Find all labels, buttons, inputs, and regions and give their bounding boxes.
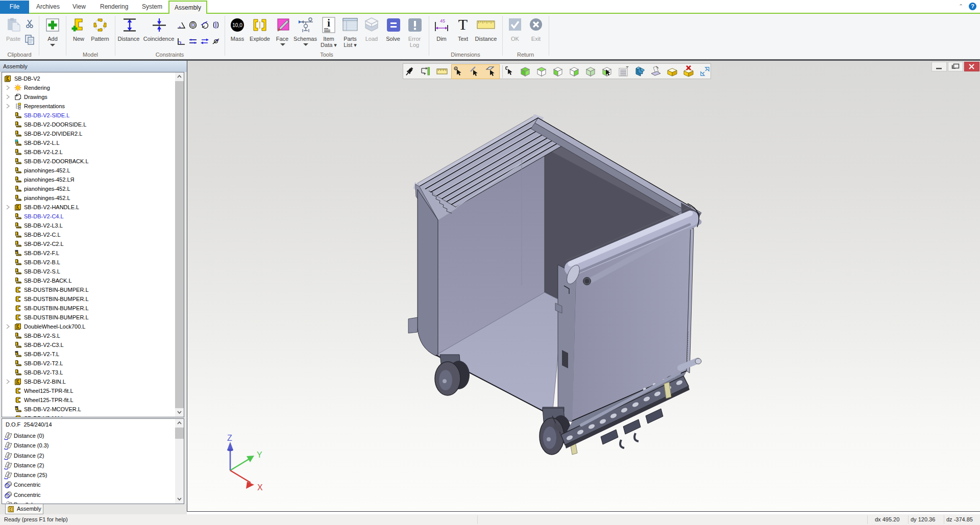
svg-text:i: i: [327, 17, 330, 29]
svg-text:45: 45: [440, 18, 445, 23]
svg-text:Y: Y: [257, 451, 262, 459]
svg-text:T: T: [458, 17, 468, 32]
svg-text:Z: Z: [227, 434, 232, 442]
svg-text:X: X: [257, 483, 263, 492]
svg-text:10,0: 10,0: [232, 22, 242, 28]
